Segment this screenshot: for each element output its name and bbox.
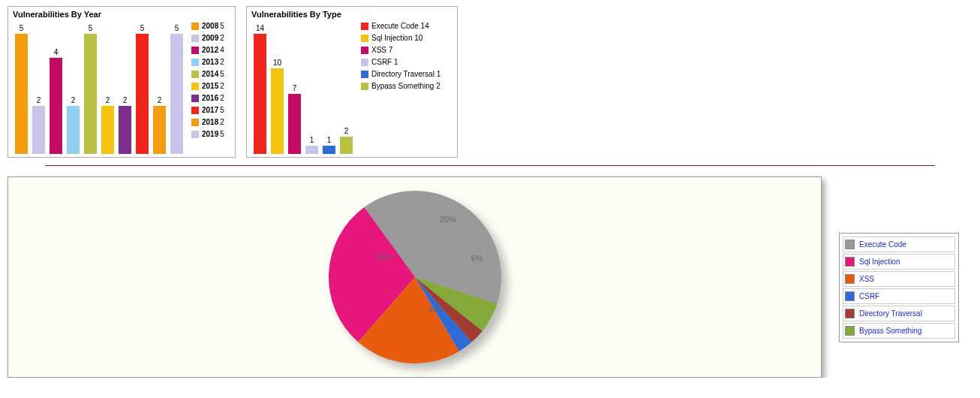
legend-item: 2013 2	[191, 56, 224, 68]
chart-title: Vulnerabilities By Type	[251, 10, 452, 19]
bar: 5	[84, 24, 97, 154]
legend-item: 2018 2	[191, 116, 224, 128]
legend-item: 2012 4	[191, 44, 224, 56]
pie-chart	[329, 191, 501, 363]
bar-area: 5242522525	[13, 20, 185, 154]
bar: 1	[323, 136, 335, 154]
pie-label-bypass: 6%	[471, 254, 483, 263]
pie-chart-box: 40%29%20%6%	[8, 176, 822, 378]
bar: 2	[101, 96, 114, 154]
bar: 10	[271, 59, 284, 154]
pie-legend-item[interactable]: CSRF	[843, 288, 955, 304]
bar: 5	[15, 24, 28, 154]
legend-item: Directory Traversal 1	[361, 68, 440, 80]
pie-label-execute: 40%	[428, 305, 445, 314]
pie-legend: Execute CodeSql InjectionXSSCSRFDirector…	[839, 233, 959, 342]
bar: 2	[67, 96, 80, 154]
pie-legend-item[interactable]: XSS	[843, 271, 955, 287]
divider	[45, 165, 935, 166]
legend-item: 2014 5	[191, 68, 224, 80]
chart-legend: Execute Code 14Sql Injection 10XSS 7CSRF…	[361, 20, 440, 92]
bar: 2	[32, 96, 45, 154]
legend-item: Sql Injection 10	[361, 32, 440, 44]
legend-item: Bypass Something 2	[361, 80, 440, 92]
bar: 5	[136, 24, 149, 154]
legend-item: 2019 5	[191, 128, 224, 140]
legend-item: 2016 2	[191, 92, 224, 104]
pie-panel: 40%29%20%6% Execute CodeSql InjectionXSS…	[8, 176, 972, 378]
chart-title: Vulnerabilities By Year	[13, 10, 230, 19]
bar: 14	[254, 24, 266, 154]
pie-label-xss: 20%	[440, 215, 456, 224]
vuln-by-type-chart: Vulnerabilities By Type 14107112 Execute…	[246, 6, 458, 158]
legend-item: 2009 2	[191, 32, 224, 44]
bar: 2	[119, 96, 131, 154]
pie-legend-item[interactable]: Directory Traversal	[843, 306, 955, 321]
legend-item: CSRF 1	[361, 56, 440, 68]
bar-area: 14107112	[251, 20, 355, 154]
pie-label-sql: 29%	[376, 252, 392, 261]
vuln-by-year-chart: Vulnerabilities By Year 5242522525 2008 …	[8, 6, 236, 158]
pie-legend-item[interactable]: Execute Code	[843, 237, 955, 252]
pie-legend-item[interactable]: Bypass Something	[843, 323, 955, 339]
bar: 4	[50, 48, 62, 154]
legend-item: Execute Code 14	[361, 20, 440, 32]
bar: 1	[305, 136, 318, 154]
bar: 2	[340, 127, 353, 154]
bar: 5	[170, 24, 183, 154]
legend-item: XSS 7	[361, 44, 440, 56]
legend-item: 2015 2	[191, 80, 224, 92]
chart-legend: 2008 52009 22012 42013 22014 52015 22016…	[191, 20, 224, 140]
legend-item: 2008 5	[191, 20, 224, 32]
legend-item: 2017 5	[191, 104, 224, 116]
bar: 2	[153, 96, 166, 154]
pie-legend-item[interactable]: Sql Injection	[843, 254, 955, 270]
bar: 7	[288, 84, 301, 154]
